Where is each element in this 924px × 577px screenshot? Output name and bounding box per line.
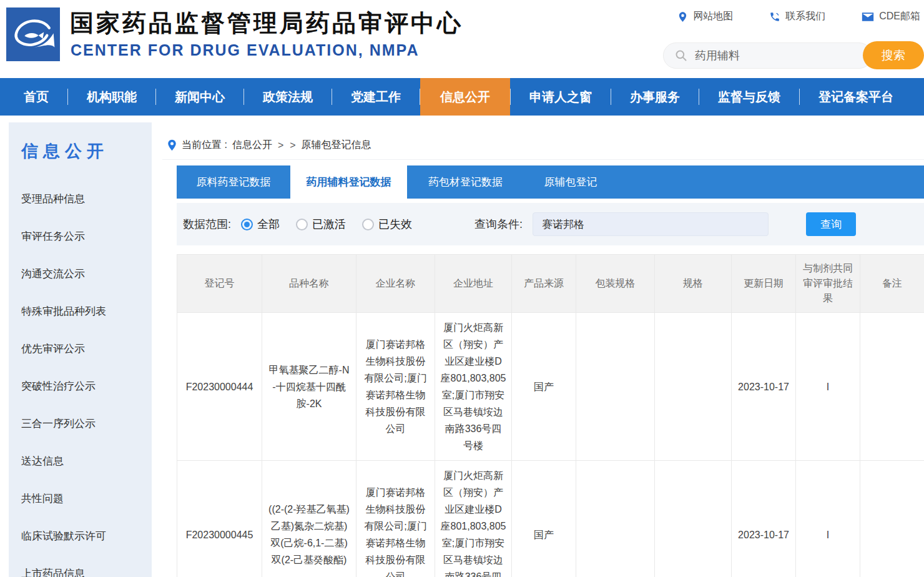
nav-item-机构职能[interactable]: 机构职能	[68, 78, 155, 116]
data-tabs: 原料药登记数据药用辅料登记数据药包材登记数据原辅包登记	[177, 165, 924, 199]
cell-product-name: ((2-(2-羟基乙氧基)乙基)氮杂二烷基)双(己烷-6,1-二基)双(2-己基…	[262, 461, 356, 577]
site-search: 搜索	[663, 41, 924, 69]
sidebar-item-临床试验默示许可[interactable]: 临床试验默示许可	[21, 517, 152, 555]
cell-reg-number: F20230000445	[177, 461, 262, 577]
scope-option-已失效[interactable]: 已失效	[362, 217, 412, 232]
sidebar-item-共性问题[interactable]: 共性问题	[21, 480, 152, 517]
column-header-spec: 规格	[655, 255, 732, 313]
filter-bar: 数据范围: 全部已激活已失效 查询条件: 查询	[177, 203, 924, 245]
sidebar-item-送达信息[interactable]: 送达信息	[21, 442, 152, 480]
nav-item-党建工作[interactable]: 党建工作	[332, 78, 420, 116]
search-box[interactable]	[663, 42, 872, 69]
cell-product-origin: 国产	[512, 461, 576, 577]
column-header-product-origin: 产品来源	[512, 255, 576, 313]
sidebar-item-优先审评公示[interactable]: 优先审评公示	[21, 330, 152, 367]
cell-joint-review-result: I	[796, 313, 860, 461]
column-header-joint-review-result: 与制剂共同审评审批结果	[796, 255, 860, 313]
tab-药用辅料登记数据[interactable]: 药用辅料登记数据	[290, 165, 407, 199]
scope-label: 数据范围:	[183, 217, 231, 232]
cell-package-spec	[576, 313, 655, 461]
cell-spec	[655, 313, 732, 461]
breadcrumb-home[interactable]: 信息公开	[232, 139, 272, 152]
column-header-remarks: 备注	[860, 255, 924, 313]
cell-update-date: 2023-10-17	[732, 461, 796, 577]
nav-item-登记备案平台[interactable]: 登记备案平台	[800, 78, 912, 116]
registration-table-wrap: 登记号品种名称企业名称企业地址产品来源包装规格规格更新日期与制剂共同审评审批结果…	[177, 254, 924, 577]
cell-remarks	[860, 461, 924, 577]
sidebar-list: 受理品种信息审评任务公示沟通交流公示特殊审批品种列表优先审评公示突破性治疗公示三…	[21, 180, 152, 577]
scope-option-label: 已失效	[378, 217, 412, 232]
query-input[interactable]	[533, 212, 769, 236]
nav-item-信息公开[interactable]: 信息公开	[420, 78, 510, 116]
main-nav: 首页机构职能新闻中心政策法规党建工作信息公开申请人之窗办事服务监督与反馈登记备案…	[0, 78, 924, 116]
sidebar-item-特殊审批品种列表[interactable]: 特殊审批品种列表	[21, 292, 152, 330]
cell-product-name: 甲氧基聚乙二醇-N-十四烷基十四酰胺-2K	[262, 313, 356, 461]
mail-icon	[862, 12, 874, 22]
query-label: 查询条件:	[474, 217, 523, 232]
contact-link[interactable]: 联系我们	[769, 10, 825, 23]
breadcrumb-separator: >	[278, 140, 283, 151]
sidebar-item-沟通交流公示[interactable]: 沟通交流公示	[21, 255, 152, 292]
column-header-package-spec: 包装规格	[576, 255, 655, 313]
query-button[interactable]: 查询	[806, 212, 856, 236]
column-header-update-date: 更新日期	[732, 255, 796, 313]
nav-item-政策法规[interactable]: 政策法规	[244, 78, 332, 116]
tab-药包材登记数据[interactable]: 药包材登记数据	[407, 165, 524, 199]
mailbox-link[interactable]: CDE邮箱	[862, 10, 920, 23]
phone-icon	[769, 11, 780, 22]
cell-remarks	[860, 313, 924, 461]
page: 国家药品监督管理局药品审评中心 CENTER FOR DRUG EVALUATI…	[0, 0, 924, 577]
mailbox-label: CDE邮箱	[879, 10, 920, 23]
breadcrumb: 当前位置 : 信息公开 > > 原辅包登记信息	[162, 131, 924, 160]
tab-原辅包登记[interactable]: 原辅包登记	[524, 165, 617, 199]
scope-option-全部[interactable]: 全部	[241, 217, 280, 232]
scope-option-已激活[interactable]: 已激活	[296, 217, 346, 232]
column-header-reg-number: 登记号	[177, 255, 262, 313]
table-header-row: 登记号品种名称企业名称企业地址产品来源包装规格规格更新日期与制剂共同审评审批结果…	[177, 255, 924, 313]
cell-company-address: 厦门火炬高新区（翔安）产业区建业楼D座801,803,805室;厦门市翔安区马巷…	[435, 461, 512, 577]
cell-spec	[655, 461, 732, 577]
cell-reg-number: F20230000444	[177, 313, 262, 461]
breadcrumb-label: 当前位置 :	[182, 139, 227, 152]
nav-item-办事服务[interactable]: 办事服务	[611, 78, 699, 116]
cell-company-name: 厦门赛诺邦格生物科技股份有限公司;厦门赛诺邦格生物科技股份有限公司	[356, 461, 435, 577]
registration-table: 登记号品种名称企业名称企业地址产品来源包装规格规格更新日期与制剂共同审评审批结果…	[177, 254, 924, 577]
tab-原料药登记数据[interactable]: 原料药登记数据	[177, 165, 290, 199]
search-button[interactable]: 搜索	[863, 41, 924, 69]
sidebar-item-上市药品信息[interactable]: 上市药品信息	[21, 555, 152, 577]
breadcrumb-separator: >	[290, 140, 295, 151]
table-body: F20230000444甲氧基聚乙二醇-N-十四烷基十四酰胺-2K厦门赛诺邦格生…	[177, 313, 924, 577]
cell-company-address: 厦门火炬高新区（翔安）产业区建业楼D座801,803,805室;厦门市翔安区马巷…	[435, 313, 512, 461]
sidebar-item-受理品种信息[interactable]: 受理品种信息	[21, 180, 152, 217]
radio-unchecked-icon[interactable]	[296, 219, 308, 230]
nav-item-新闻中心[interactable]: 新闻中心	[156, 78, 243, 116]
cell-product-origin: 国产	[512, 313, 576, 461]
sidebar-title: 信息公开	[21, 140, 152, 162]
sidebar-item-突破性治疗公示[interactable]: 突破性治疗公示	[21, 367, 152, 405]
table-row: F20230000445((2-(2-羟基乙氧基)乙基)氮杂二烷基)双(己烷-6…	[177, 461, 924, 577]
site-subtitle: CENTER FOR DRUG EVALUATION, NMPA	[71, 41, 419, 59]
column-header-product-name: 品种名称	[262, 255, 356, 313]
cell-package-spec	[576, 461, 655, 577]
radio-checked-icon[interactable]	[241, 219, 253, 230]
map-pin-icon	[677, 11, 688, 23]
column-header-company-address: 企业地址	[435, 255, 512, 313]
sidebar-item-三合一序列公示[interactable]: 三合一序列公示	[21, 405, 152, 442]
site-header: 国家药品监督管理局药品审评中心 CENTER FOR DRUG EVALUATI…	[0, 0, 924, 78]
radio-unchecked-icon[interactable]	[362, 219, 374, 230]
breadcrumb-current: 原辅包登记信息	[302, 139, 371, 152]
column-header-company-name: 企业名称	[356, 255, 435, 313]
nav-item-监督与反馈[interactable]: 监督与反馈	[699, 78, 799, 116]
sidebar-item-审评任务公示[interactable]: 审评任务公示	[21, 217, 152, 255]
nav-item-申请人之窗[interactable]: 申请人之窗	[511, 78, 611, 116]
search-input[interactable]	[695, 49, 845, 62]
sidebar: 信息公开 受理品种信息审评任务公示沟通交流公示特殊审批品种列表优先审评公示突破性…	[9, 122, 152, 577]
sitemap-link[interactable]: 网站地图	[677, 10, 733, 23]
nav-item-首页[interactable]: 首页	[5, 78, 67, 116]
sitemap-label: 网站地图	[693, 10, 733, 23]
scope-option-label: 已激活	[312, 217, 346, 232]
top-links: 网站地图 联系我们 CDE邮箱	[677, 10, 920, 23]
scope-options: 全部已激活已失效	[231, 217, 412, 232]
cell-update-date: 2023-10-17	[732, 313, 796, 461]
scope-option-label: 全部	[257, 217, 280, 232]
